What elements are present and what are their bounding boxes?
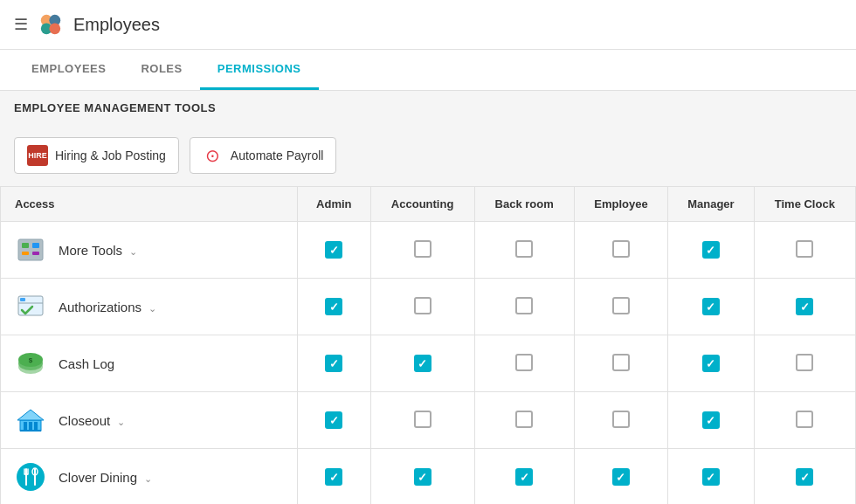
cell-more-tools-backroom[interactable] bbox=[474, 222, 574, 279]
svg-rect-19 bbox=[29, 422, 32, 431]
checkbox-dining-manager[interactable] bbox=[702, 468, 720, 486]
cell-more-tools-admin[interactable] bbox=[298, 222, 371, 279]
checkbox-auth-backroom[interactable] bbox=[515, 297, 533, 314]
checkbox-auth-admin[interactable] bbox=[325, 298, 342, 315]
cell-closeout-timeclock[interactable] bbox=[754, 392, 855, 449]
checkbox-dining-admin[interactable] bbox=[325, 468, 342, 486]
checkbox-more-tools-employee[interactable] bbox=[612, 240, 630, 258]
clover-dining-chevron: ⌄ bbox=[144, 473, 152, 484]
row-cell-access: $ Cash Log bbox=[1, 335, 298, 392]
cell-auth-employee[interactable] bbox=[574, 279, 668, 335]
tab-roles[interactable]: ROLES bbox=[123, 50, 199, 90]
cell-dining-employee[interactable] bbox=[574, 449, 668, 505]
automate-payroll-button[interactable]: ⊙ Automate Payroll bbox=[190, 137, 337, 174]
tool-buttons-bar: HIRE Hiring & Job Posting ⊙ Automate Pay… bbox=[0, 125, 856, 186]
svg-text:$: $ bbox=[29, 356, 33, 364]
checkbox-cash-admin[interactable] bbox=[325, 355, 342, 372]
row-cell-access: Authorizations ⌄ bbox=[1, 279, 298, 335]
cell-cash-admin[interactable] bbox=[298, 335, 371, 392]
cell-more-tools-manager[interactable] bbox=[668, 222, 754, 279]
cell-dining-timeclock[interactable] bbox=[754, 449, 855, 505]
cell-cash-manager[interactable] bbox=[668, 335, 754, 392]
checkbox-auth-accounting[interactable] bbox=[414, 297, 431, 314]
cell-dining-manager[interactable] bbox=[668, 449, 754, 505]
checkbox-more-tools-timeclock[interactable] bbox=[796, 240, 813, 258]
col-access: Access bbox=[1, 187, 298, 222]
cell-auth-admin[interactable] bbox=[298, 279, 371, 335]
col-admin: Admin bbox=[298, 187, 371, 222]
svg-point-3 bbox=[49, 23, 60, 34]
checkbox-dining-employee[interactable] bbox=[612, 468, 630, 486]
hiring-icon: HIRE bbox=[27, 145, 48, 166]
cell-closeout-employee[interactable] bbox=[574, 392, 668, 449]
cell-closeout-accounting[interactable] bbox=[370, 392, 474, 449]
hiring-job-posting-button[interactable]: HIRE Hiring & Job Posting bbox=[14, 137, 179, 174]
checkbox-cash-backroom[interactable] bbox=[515, 354, 533, 371]
checkbox-more-tools-manager[interactable] bbox=[702, 241, 720, 259]
table-row: Authorizations ⌄ bbox=[1, 279, 856, 335]
checkbox-dining-timeclock[interactable] bbox=[796, 468, 813, 486]
checkbox-cash-timeclock[interactable] bbox=[796, 354, 813, 371]
closeout-chevron: ⌄ bbox=[117, 417, 125, 427]
clover-dining-icon bbox=[15, 461, 46, 493]
cell-auth-manager[interactable] bbox=[668, 279, 754, 335]
checkbox-more-tools-accounting[interactable] bbox=[414, 240, 431, 258]
cell-auth-timeclock[interactable] bbox=[754, 279, 855, 335]
checkbox-closeout-backroom[interactable] bbox=[515, 411, 533, 428]
cash-log-icon: $ bbox=[15, 348, 46, 379]
cell-cash-timeclock[interactable] bbox=[754, 335, 855, 392]
checkbox-cash-manager[interactable] bbox=[702, 355, 720, 372]
app-title: Employees bbox=[73, 15, 160, 35]
cell-auth-accounting[interactable] bbox=[370, 279, 474, 335]
cell-dining-admin[interactable] bbox=[298, 449, 371, 505]
app-logo bbox=[37, 10, 65, 38]
tab-permissions[interactable]: PERMISSIONS bbox=[200, 50, 319, 90]
cell-cash-accounting[interactable] bbox=[370, 335, 474, 392]
hiring-button-label: Hiring & Job Posting bbox=[55, 148, 166, 162]
checkbox-closeout-manager[interactable] bbox=[702, 411, 720, 429]
more-tools-chevron: ⌄ bbox=[129, 246, 137, 257]
svg-point-23 bbox=[18, 465, 43, 489]
svg-rect-7 bbox=[22, 252, 29, 255]
col-backroom: Back room bbox=[474, 187, 574, 222]
checkbox-more-tools-admin[interactable] bbox=[325, 241, 342, 259]
checkbox-closeout-timeclock[interactable] bbox=[796, 411, 813, 428]
cell-cash-backroom[interactable] bbox=[474, 335, 574, 392]
checkbox-auth-timeclock[interactable] bbox=[796, 298, 813, 315]
cell-more-tools-accounting[interactable] bbox=[370, 222, 474, 279]
cell-auth-backroom[interactable] bbox=[474, 279, 574, 335]
checkbox-dining-backroom[interactable] bbox=[515, 468, 533, 486]
checkbox-dining-accounting[interactable] bbox=[414, 468, 431, 486]
table-row: More Tools ⌄ bbox=[1, 222, 856, 279]
checkbox-cash-accounting[interactable] bbox=[414, 355, 431, 372]
app-header: ☰ Employees bbox=[0, 0, 856, 50]
payroll-button-label: Automate Payroll bbox=[231, 148, 324, 162]
closeout-label: Closeout ⌄ bbox=[59, 413, 125, 428]
col-employee: Employee bbox=[574, 187, 668, 222]
checkbox-more-tools-backroom[interactable] bbox=[515, 240, 533, 258]
cell-dining-backroom[interactable] bbox=[474, 449, 574, 505]
svg-rect-8 bbox=[32, 252, 39, 255]
cell-closeout-admin[interactable] bbox=[298, 392, 371, 449]
checkbox-closeout-admin[interactable] bbox=[325, 411, 342, 429]
hamburger-icon[interactable]: ☰ bbox=[14, 15, 28, 34]
closeout-icon bbox=[15, 404, 46, 436]
payroll-icon: ⊙ bbox=[203, 145, 224, 166]
tab-employees[interactable]: EMPLOYEES bbox=[14, 50, 123, 90]
more-tools-label: More Tools ⌄ bbox=[59, 243, 137, 258]
cell-closeout-backroom[interactable] bbox=[474, 392, 574, 449]
cell-more-tools-employee[interactable] bbox=[574, 222, 668, 279]
cell-more-tools-timeclock[interactable] bbox=[754, 222, 855, 279]
tabs-bar: EMPLOYEES ROLES PERMISSIONS bbox=[0, 50, 856, 91]
checkbox-auth-manager[interactable] bbox=[702, 298, 720, 315]
checkbox-cash-employee[interactable] bbox=[612, 354, 630, 371]
svg-rect-6 bbox=[32, 243, 39, 248]
checkbox-closeout-employee[interactable] bbox=[612, 411, 630, 428]
checkbox-closeout-accounting[interactable] bbox=[414, 411, 431, 428]
cell-dining-accounting[interactable] bbox=[370, 449, 474, 505]
cell-cash-employee[interactable] bbox=[574, 335, 668, 392]
checkbox-auth-employee[interactable] bbox=[612, 297, 630, 314]
cell-closeout-manager[interactable] bbox=[668, 392, 754, 449]
svg-rect-21 bbox=[20, 430, 41, 432]
table-row: Clover Dining ⌄ bbox=[1, 449, 856, 505]
